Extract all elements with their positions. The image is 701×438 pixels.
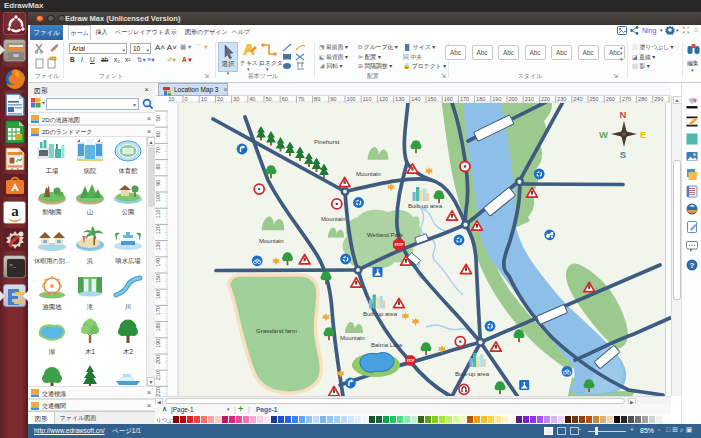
svg-text:100: 100 bbox=[155, 193, 161, 202]
svg-text:50: 50 bbox=[155, 115, 161, 121]
svg-text:270: 270 bbox=[622, 96, 631, 102]
svg-text:E: E bbox=[640, 129, 646, 140]
svg-text:100: 100 bbox=[347, 96, 356, 102]
svg-text:150: 150 bbox=[428, 96, 437, 102]
svg-text:滝: 滝 bbox=[87, 303, 94, 311]
svg-text:140: 140 bbox=[155, 258, 161, 267]
svg-text:240: 240 bbox=[573, 96, 582, 102]
svg-text:120: 120 bbox=[379, 96, 388, 102]
svg-text:130: 130 bbox=[395, 96, 404, 102]
svg-text:噴水広場: 噴水広場 bbox=[115, 257, 141, 265]
svg-text:180: 180 bbox=[155, 322, 161, 331]
svg-text:休暇用の別...: 休暇用の別... bbox=[34, 257, 70, 265]
svg-text:120: 120 bbox=[155, 225, 161, 234]
svg-text:Grassland farm: Grassland farm bbox=[256, 328, 297, 334]
svg-text:260: 260 bbox=[606, 96, 615, 102]
svg-text:川: 川 bbox=[125, 303, 131, 310]
svg-text:山: 山 bbox=[87, 208, 93, 215]
svg-text:?: ? bbox=[690, 261, 695, 270]
svg-text:110: 110 bbox=[155, 209, 161, 218]
svg-text:80: 80 bbox=[155, 163, 161, 169]
svg-text:N: N bbox=[620, 109, 627, 120]
svg-text:150: 150 bbox=[155, 274, 161, 283]
svg-text:70: 70 bbox=[155, 147, 161, 153]
svg-text:220: 220 bbox=[155, 387, 161, 396]
svg-text:160: 160 bbox=[155, 290, 161, 299]
svg-text:210: 210 bbox=[525, 96, 534, 102]
svg-text:230: 230 bbox=[557, 96, 566, 102]
svg-text:S: S bbox=[620, 149, 626, 160]
svg-text:遊園地: 遊園地 bbox=[43, 303, 63, 310]
svg-text:250: 250 bbox=[590, 96, 599, 102]
svg-text:200: 200 bbox=[509, 96, 518, 102]
svg-text:Mountain: Mountain bbox=[321, 216, 346, 222]
svg-text:Baima Lake: Baima Lake bbox=[371, 342, 403, 348]
svg-text:Built-up area: Built-up area bbox=[408, 203, 443, 209]
svg-text:工場: 工場 bbox=[45, 167, 59, 175]
svg-text:170: 170 bbox=[460, 96, 469, 102]
svg-text:180: 180 bbox=[476, 96, 485, 102]
svg-text:220: 220 bbox=[541, 96, 550, 102]
svg-text:140: 140 bbox=[411, 96, 420, 102]
svg-text:Mountain: Mountain bbox=[356, 171, 381, 177]
svg-text:木1: 木1 bbox=[85, 348, 95, 355]
svg-text:公園: 公園 bbox=[122, 208, 135, 215]
svg-text:Built-up area: Built-up area bbox=[363, 311, 398, 317]
svg-text:W: W bbox=[599, 129, 608, 140]
svg-text:湖: 湖 bbox=[49, 348, 55, 355]
svg-text:110: 110 bbox=[363, 96, 372, 102]
svg-text:170: 170 bbox=[155, 306, 161, 315]
svg-text:浜: 浜 bbox=[87, 257, 94, 265]
svg-text:Mountain: Mountain bbox=[340, 335, 365, 341]
svg-text:Built-up area: Built-up area bbox=[455, 371, 490, 377]
svg-text:200: 200 bbox=[155, 355, 161, 364]
svg-text:60: 60 bbox=[155, 131, 161, 137]
svg-text:130: 130 bbox=[155, 241, 161, 250]
svg-text:a: a bbox=[11, 203, 19, 219]
svg-text:Pinehurst: Pinehurst bbox=[314, 139, 340, 145]
svg-text:Wetland Park: Wetland Park bbox=[367, 232, 404, 238]
svg-text:木2: 木2 bbox=[123, 348, 133, 355]
svg-text:190: 190 bbox=[492, 96, 501, 102]
svg-text:体育館: 体育館 bbox=[119, 167, 138, 175]
svg-text:280: 280 bbox=[638, 96, 647, 102]
svg-text:160: 160 bbox=[444, 96, 453, 102]
svg-text:90: 90 bbox=[155, 180, 161, 186]
svg-text:190: 190 bbox=[155, 339, 161, 348]
svg-text:動物園: 動物園 bbox=[43, 208, 62, 216]
svg-text:Mountain: Mountain bbox=[259, 238, 284, 244]
svg-text:210: 210 bbox=[155, 371, 161, 380]
svg-text:290: 290 bbox=[654, 96, 663, 102]
svg-text:>_: >_ bbox=[9, 262, 17, 269]
svg-text:病院: 病院 bbox=[84, 167, 97, 175]
